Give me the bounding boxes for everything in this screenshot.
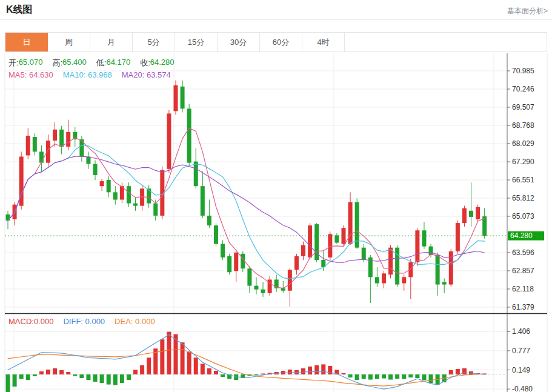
candle-body bbox=[234, 253, 238, 271]
macd-bar bbox=[59, 370, 64, 374]
current-price-badge-label: 64.280 bbox=[510, 231, 533, 240]
candle-body bbox=[254, 286, 258, 290]
ma10-line bbox=[8, 145, 485, 279]
candle-body bbox=[127, 186, 131, 203]
candle-body bbox=[33, 137, 37, 151]
macd-bar bbox=[207, 368, 211, 374]
macd-bar bbox=[6, 374, 10, 392]
open-label: 开: bbox=[8, 58, 19, 68]
close-label: 收: bbox=[140, 58, 150, 68]
macd-bar bbox=[422, 374, 426, 380]
macd-bar bbox=[73, 374, 77, 376]
y-axis-label: 70.246 bbox=[512, 85, 534, 93]
macd-bar bbox=[187, 351, 191, 374]
y-axis-label: 67.290 bbox=[512, 158, 534, 166]
macd-bar bbox=[314, 365, 319, 374]
candle-body bbox=[476, 207, 480, 219]
macd-bar bbox=[415, 374, 419, 378]
y-axis-label: 62.857 bbox=[512, 267, 534, 275]
macd-bar bbox=[408, 374, 413, 377]
candle-body bbox=[362, 248, 366, 260]
y-axis-label: 69.507 bbox=[512, 103, 534, 111]
macd-bar bbox=[133, 370, 138, 374]
candle-body bbox=[6, 214, 10, 221]
macd-bar bbox=[13, 374, 17, 387]
candle-body bbox=[436, 255, 440, 285]
macd-bar bbox=[127, 374, 131, 380]
macd-bar bbox=[261, 374, 265, 375]
candle-body bbox=[442, 282, 447, 285]
macd-bar bbox=[456, 369, 460, 374]
candle-body bbox=[415, 230, 419, 262]
macd-bar bbox=[382, 374, 386, 379]
y-axis-label: 61.379 bbox=[512, 303, 534, 311]
macd-axis-label: -0.480 bbox=[512, 385, 533, 392]
macd-bar bbox=[402, 374, 406, 379]
y-axis-label: 68.029 bbox=[512, 139, 534, 148]
macd-bar bbox=[288, 370, 292, 374]
macd-bar bbox=[53, 368, 57, 374]
candle-body bbox=[66, 132, 70, 147]
candle-body bbox=[388, 248, 393, 275]
macd-bar bbox=[429, 374, 433, 383]
candle-body bbox=[469, 211, 473, 217]
macd-bar bbox=[342, 373, 346, 374]
macd-bar bbox=[254, 374, 258, 376]
y-axis-label: 68.768 bbox=[512, 121, 534, 130]
candle-body bbox=[382, 273, 386, 283]
macd-bar bbox=[147, 357, 151, 374]
y-axis-label: 66.551 bbox=[512, 176, 534, 184]
macd-bar bbox=[113, 374, 118, 385]
macd-bar bbox=[100, 374, 104, 383]
macd-bar bbox=[33, 374, 37, 376]
macd-bar bbox=[107, 374, 111, 385]
macd-bar bbox=[194, 357, 198, 374]
macd-bar bbox=[66, 372, 70, 374]
candle-body bbox=[308, 225, 312, 257]
candle-body bbox=[153, 204, 158, 216]
macd-axis-label: 0.777 bbox=[512, 347, 530, 355]
y-axis-label: 63.596 bbox=[512, 248, 534, 257]
candle-body bbox=[482, 216, 487, 236]
candle-body bbox=[167, 113, 171, 168]
macd-bar bbox=[348, 374, 353, 377]
macd-bar bbox=[355, 374, 359, 380]
candle-body bbox=[288, 270, 292, 291]
macd-bar bbox=[46, 370, 50, 374]
y-axis-label: 65.073 bbox=[512, 212, 534, 221]
macd-value-legend: MACD:0.000 bbox=[8, 317, 53, 326]
candle-body bbox=[456, 223, 460, 251]
candle-body bbox=[174, 85, 178, 111]
ma5-line bbox=[8, 128, 485, 288]
candle-body bbox=[133, 204, 138, 206]
ma20-line bbox=[8, 156, 485, 262]
candle-body bbox=[187, 108, 191, 162]
candle-body bbox=[301, 245, 305, 256]
candle-body bbox=[86, 156, 90, 164]
candle-body bbox=[26, 136, 30, 155]
macd-bar bbox=[221, 374, 225, 377]
candle-body bbox=[59, 130, 64, 147]
ma-legend: MA5: 64.630 MA10: 63.968 MA20: 63.574 bbox=[8, 70, 171, 79]
candle-body bbox=[261, 290, 265, 293]
candle-body bbox=[194, 162, 198, 187]
close-value: 64.280 bbox=[150, 58, 175, 68]
macd-bar bbox=[368, 374, 373, 380]
y-axis-label: 70.985 bbox=[512, 67, 534, 75]
candle-body bbox=[328, 234, 332, 257]
low-label: 低: bbox=[96, 58, 107, 68]
macd-bar bbox=[160, 339, 164, 374]
macd-bar bbox=[449, 370, 453, 374]
ma5-legend: MA5: 64.630 bbox=[8, 70, 53, 79]
macd-bar bbox=[308, 367, 312, 374]
macd-axis-label: 1.406 bbox=[512, 327, 530, 336]
macd-bar bbox=[362, 374, 366, 379]
candle-body bbox=[207, 216, 211, 225]
macd-bar bbox=[214, 371, 218, 374]
macd-bar bbox=[140, 365, 144, 374]
candle-body bbox=[53, 130, 57, 141]
ohlc-legend: 开:65.070 高:65.400 低:64.170 收:64.280 bbox=[8, 58, 175, 68]
macd-axis-label: 0.149 bbox=[512, 366, 530, 374]
candle-body bbox=[281, 288, 285, 291]
candle-body bbox=[294, 256, 299, 270]
